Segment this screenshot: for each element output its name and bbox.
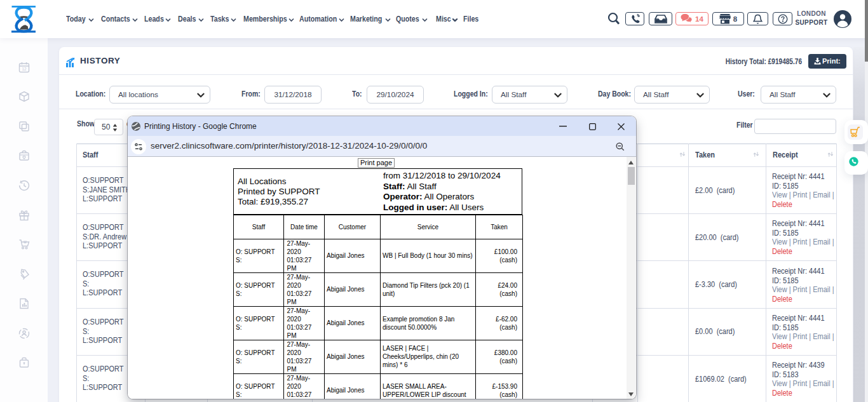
svg-text:12: 12 xyxy=(22,67,27,71)
